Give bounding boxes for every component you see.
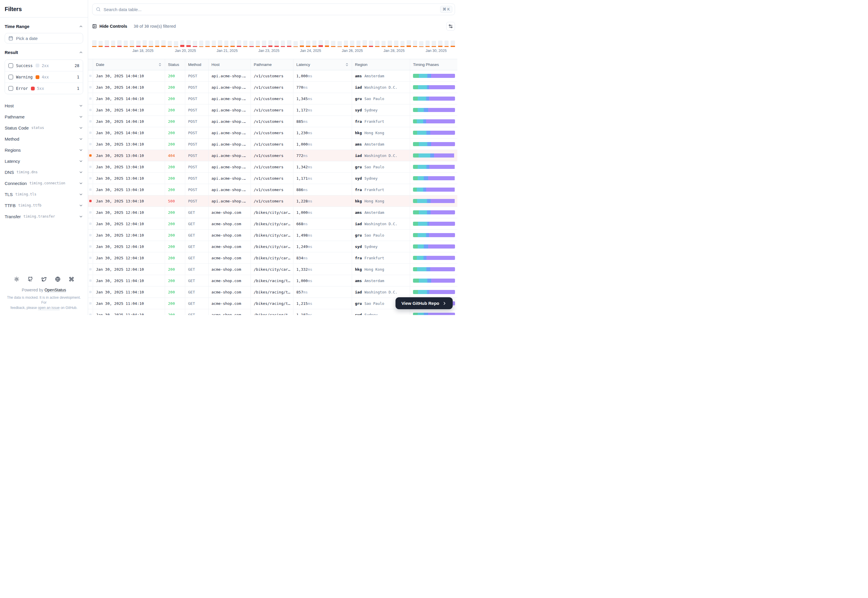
- histogram-bar[interactable]: [445, 40, 449, 47]
- table-row[interactable]: Jan 30, 2025 12:04:10 200 GET acme-shop.…: [88, 218, 457, 230]
- histogram-bar[interactable]: [426, 40, 430, 47]
- histogram-bar[interactable]: [168, 40, 172, 47]
- histogram-bar[interactable]: [356, 40, 361, 47]
- table-row[interactable]: Jan 30, 2025 13:04:10 200 POST api.acme-…: [88, 139, 457, 150]
- histogram-bar[interactable]: [155, 40, 160, 47]
- histogram-bar[interactable]: [111, 40, 115, 47]
- column-header[interactable]: Host: [209, 59, 251, 70]
- histogram-bar[interactable]: [256, 40, 260, 47]
- filter-accordion[interactable]: Pathname: [4, 111, 83, 122]
- row-select-cell[interactable]: [88, 82, 93, 93]
- histogram-bar[interactable]: [193, 40, 197, 47]
- row-select-cell[interactable]: [88, 275, 93, 286]
- column-header[interactable]: Latency: [293, 59, 352, 70]
- row-select-cell[interactable]: [88, 127, 93, 138]
- openstatus-link[interactable]: OpenStatus: [44, 288, 66, 292]
- result-section-toggle[interactable]: Result: [4, 50, 83, 55]
- table-row[interactable]: Jan 30, 2025 13:04:10 200 POST api.acme-…: [88, 161, 457, 173]
- table-row[interactable]: Jan 30, 2025 13:04:10 200 POST api.acme-…: [88, 173, 457, 184]
- column-header[interactable]: Timing Phases: [410, 59, 457, 70]
- histogram-bar[interactable]: [318, 40, 323, 47]
- histogram-bar[interactable]: [99, 40, 103, 47]
- table-row[interactable]: Jan 30, 2025 11:04:10 200 GET acme-shop.…: [88, 275, 457, 287]
- view-options-button[interactable]: [446, 22, 455, 31]
- histogram-bar[interactable]: [199, 40, 203, 47]
- histogram-bar[interactable]: [205, 40, 210, 47]
- table-row[interactable]: Jan 30, 2025 13:04:10 200 POST api.acme-…: [88, 184, 457, 196]
- filter-accordion[interactable]: Method: [4, 133, 83, 144]
- github-icon[interactable]: [28, 277, 33, 282]
- histogram-bar[interactable]: [237, 40, 241, 47]
- histogram-bar[interactable]: [375, 40, 379, 47]
- table-row[interactable]: Jan 30, 2025 14:04:10 200 POST api.acme-…: [88, 105, 457, 116]
- twitter-icon[interactable]: [42, 277, 47, 282]
- sort-chevrons-icon[interactable]: [345, 63, 349, 67]
- result-filter-option[interactable]: Warning 4xx 1: [5, 71, 83, 82]
- histogram-bar[interactable]: [136, 40, 140, 47]
- histogram-bar[interactable]: [394, 40, 399, 47]
- table-row[interactable]: Jan 30, 2025 12:04:10 200 GET acme-shop.…: [88, 230, 457, 241]
- filter-accordion[interactable]: TTFB timing.ttfb: [4, 200, 83, 211]
- filter-accordion[interactable]: Connection timing.connection: [4, 178, 83, 189]
- checkbox[interactable]: [9, 63, 13, 68]
- column-header[interactable]: Method: [185, 59, 209, 70]
- filter-accordion[interactable]: DNS timing.dns: [4, 167, 83, 178]
- histogram-bar[interactable]: [212, 40, 216, 47]
- histogram-bar[interactable]: [180, 40, 185, 47]
- row-select-cell[interactable]: [88, 252, 93, 263]
- histogram-bar[interactable]: [281, 40, 285, 47]
- row-select-cell[interactable]: [88, 309, 93, 315]
- filter-accordion[interactable]: Status Code status: [4, 122, 83, 133]
- histogram-bar[interactable]: [388, 40, 392, 47]
- row-select-cell[interactable]: [88, 161, 93, 172]
- histogram-bar[interactable]: [306, 40, 310, 47]
- histogram-bar[interactable]: [312, 40, 317, 47]
- row-select-cell[interactable]: [88, 196, 93, 206]
- histogram-bar[interactable]: [350, 40, 354, 47]
- histogram-bar[interactable]: [268, 40, 273, 47]
- histogram-bar[interactable]: [419, 40, 423, 47]
- histogram-bar[interactable]: [117, 40, 122, 47]
- histogram-bar[interactable]: [249, 40, 254, 47]
- table-row[interactable]: Jan 30, 2025 11:04:10 200 GET acme-shop.…: [88, 309, 457, 315]
- histogram-bar[interactable]: [363, 40, 367, 47]
- row-select-cell[interactable]: [88, 184, 93, 195]
- histogram-bar[interactable]: [187, 40, 191, 47]
- histogram-bar[interactable]: [344, 40, 348, 47]
- result-filter-option[interactable]: Error 5xx 1: [5, 82, 83, 94]
- histogram-bar[interactable]: [243, 40, 248, 47]
- table-row[interactable]: Jan 30, 2025 14:04:10 200 POST api.acme-…: [88, 127, 457, 139]
- table-row[interactable]: Jan 30, 2025 14:04:10 200 POST api.acme-…: [88, 70, 457, 82]
- histogram-bar[interactable]: [105, 40, 109, 47]
- histogram-bar[interactable]: [438, 40, 442, 47]
- histogram-bar[interactable]: [124, 40, 128, 47]
- table-row[interactable]: Jan 30, 2025 11:04:10 200 GET acme-shop.…: [88, 287, 457, 298]
- table-row[interactable]: Jan 30, 2025 13:04:10 404 POST api.acme-…: [88, 150, 457, 161]
- row-select-cell[interactable]: [88, 298, 93, 309]
- histogram-bar[interactable]: [451, 40, 455, 47]
- filter-accordion[interactable]: Host: [4, 100, 83, 111]
- row-select-cell[interactable]: [88, 264, 93, 275]
- row-select-cell[interactable]: [88, 105, 93, 115]
- row-select-cell[interactable]: [88, 207, 93, 218]
- histogram-bar[interactable]: [331, 40, 335, 47]
- histogram-bar[interactable]: [432, 40, 436, 47]
- histogram-bar[interactable]: [369, 40, 373, 47]
- histogram-bar[interactable]: [293, 40, 298, 47]
- histogram-bar[interactable]: [400, 40, 405, 47]
- open-issue-link[interactable]: open an issue: [38, 306, 60, 310]
- date-picker-button[interactable]: Pick a date: [4, 33, 83, 43]
- result-filter-option[interactable]: Success 2xx 28: [5, 60, 83, 71]
- histogram-bar[interactable]: [300, 40, 304, 47]
- histogram-bar[interactable]: [413, 40, 417, 47]
- table-row[interactable]: Jan 30, 2025 13:04:10 500 POST api.acme-…: [88, 196, 457, 207]
- filter-accordion[interactable]: Transfer timing.transfer: [4, 211, 83, 222]
- checkbox[interactable]: [9, 86, 13, 91]
- column-header[interactable]: Date: [93, 59, 165, 70]
- row-select-cell[interactable]: [88, 70, 93, 81]
- sort-chevrons-icon[interactable]: [158, 63, 162, 67]
- histogram-bar[interactable]: [381, 40, 386, 47]
- search-input[interactable]: [92, 3, 455, 15]
- histogram-bar[interactable]: [275, 40, 279, 47]
- table-row[interactable]: Jan 30, 2025 14:04:10 200 POST api.acme-…: [88, 93, 457, 105]
